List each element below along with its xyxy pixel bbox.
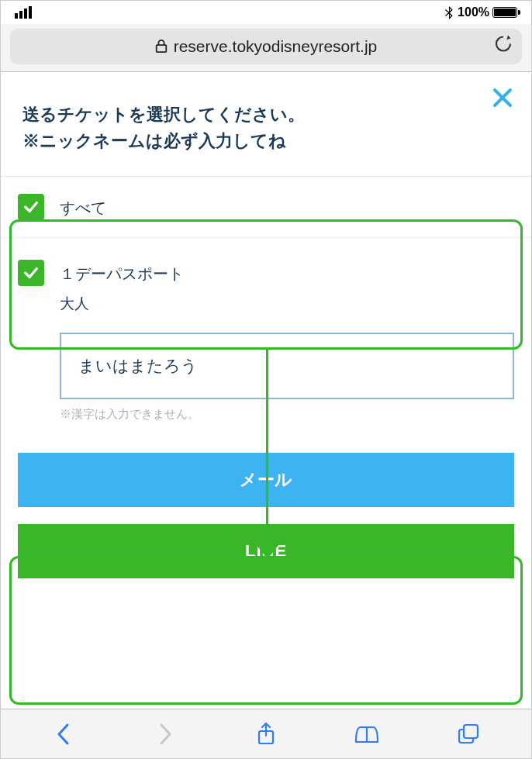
bluetooth-icon bbox=[444, 6, 454, 19]
nickname-hint: ※漢字は入力できません。 bbox=[60, 407, 514, 422]
checkbox-all[interactable] bbox=[18, 194, 44, 220]
battery-icon bbox=[492, 7, 517, 18]
status-bar: 100% bbox=[1, 1, 531, 24]
label-all: すべて bbox=[60, 194, 514, 219]
mail-button[interactable]: メール bbox=[18, 453, 514, 507]
ticket-name: １デーパスポート bbox=[60, 260, 514, 285]
checkmark-icon bbox=[22, 264, 40, 281]
lock-icon bbox=[155, 40, 168, 53]
bookmarks-button[interactable] bbox=[351, 719, 382, 750]
cellular-signal-icon bbox=[15, 6, 32, 19]
url-domain: reserve.tokyodisneyresort.jp bbox=[174, 37, 378, 56]
header-line2: ※ニックネームは必ず入力してね bbox=[22, 128, 510, 154]
status-right: 100% bbox=[444, 5, 517, 19]
svg-rect-2 bbox=[464, 725, 478, 738]
browser-chrome: reserve.tokyodisneyresort.jp bbox=[1, 24, 531, 72]
forward-button[interactable] bbox=[150, 719, 181, 750]
battery-percent: 100% bbox=[458, 5, 489, 19]
close-icon[interactable] bbox=[491, 86, 514, 112]
reload-icon[interactable] bbox=[494, 34, 513, 60]
line-button[interactable]: LINE bbox=[18, 524, 514, 578]
dialog-header: 送るチケットを選択してください。 ※ニックネームは必ず入力してね bbox=[1, 72, 531, 177]
back-button[interactable] bbox=[48, 719, 79, 750]
ticket-subtype: 大人 bbox=[60, 294, 514, 314]
checkbox-ticket-1[interactable] bbox=[18, 260, 44, 286]
row-select-all[interactable]: すべて bbox=[1, 177, 531, 238]
checkmark-icon bbox=[22, 198, 40, 216]
row-ticket-1[interactable]: １デーパスポート 大人 ※漢字は入力できません。 bbox=[1, 238, 531, 430]
share-button[interactable] bbox=[250, 719, 282, 750]
tabs-button[interactable] bbox=[453, 719, 484, 750]
status-left bbox=[15, 6, 32, 19]
header-line1: 送るチケットを選択してください。 bbox=[22, 102, 510, 128]
nickname-input[interactable] bbox=[60, 333, 514, 399]
browser-toolbar bbox=[1, 709, 531, 758]
url-bar[interactable]: reserve.tokyodisneyresort.jp bbox=[10, 29, 522, 64]
